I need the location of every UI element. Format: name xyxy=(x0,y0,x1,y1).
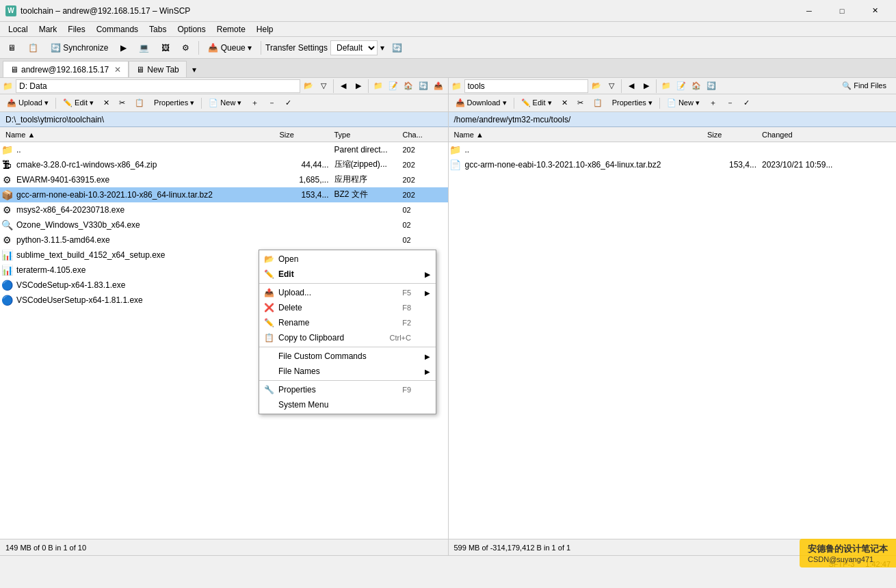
left-btn4[interactable]: 📤 xyxy=(432,79,445,93)
left-folder-icon[interactable]: 📂 xyxy=(302,79,315,93)
right-copy-button[interactable]: 📋 xyxy=(589,96,607,111)
ctx-item-system-menu[interactable]: System Menu xyxy=(259,397,436,412)
toolbar-icon1[interactable]: 🖥 xyxy=(3,39,21,57)
right-col-changed[interactable]: Changed xyxy=(759,127,896,142)
right-check-btn[interactable]: ✓ xyxy=(739,96,754,111)
toolbar-sftp[interactable]: 💻 xyxy=(134,39,154,57)
right-minus-btn[interactable]: － xyxy=(722,96,738,111)
left-status-bar: 149 MB of 0 B in 1 of 10 xyxy=(0,539,448,555)
left-btn1[interactable]: 📁 xyxy=(371,79,385,93)
ctx-item-delete[interactable]: ❌DeleteF8 xyxy=(259,300,436,315)
left-file-row[interactable]: 🔍 Ozone_Windows_V330b_x64.exe 02 xyxy=(0,217,448,232)
right-back-btn[interactable]: ◀ xyxy=(624,79,638,93)
right-plus-btn[interactable]: ＋ xyxy=(705,96,721,111)
right-delete-button[interactable]: ✕ xyxy=(557,96,572,111)
toolbar-icon5[interactable]: 🖼 xyxy=(157,39,174,57)
maximize-button[interactable]: □ xyxy=(826,0,858,22)
left-edit-button[interactable]: ✏️ Edit ▾ xyxy=(59,96,98,111)
left-file-row[interactable]: ⚙ python-3.11.5-amd64.exe 02 xyxy=(0,232,448,248)
minimize-button[interactable]: ─ xyxy=(793,0,825,22)
ctx-item-file-names[interactable]: File Names xyxy=(259,364,436,379)
tab-close-button[interactable]: ✕ xyxy=(114,65,121,75)
transfer-arrow: ▾ xyxy=(380,43,384,53)
tab-session[interactable]: 🖥 andrew@192.168.15.17 ✕ xyxy=(3,61,129,77)
refresh-button[interactable]: 🔄 xyxy=(387,39,407,57)
menu-files[interactable]: Files xyxy=(62,23,90,36)
right-download-button[interactable]: 📥 Download ▾ xyxy=(451,96,511,111)
right-properties-button[interactable]: Properties ▾ xyxy=(608,96,657,111)
left-col-name[interactable]: Name ▲ xyxy=(0,127,277,142)
left-btn3[interactable]: 🏠 xyxy=(401,79,415,93)
right-forward-btn[interactable]: ▶ xyxy=(640,79,653,93)
toolbar-icon2[interactable]: 📋 xyxy=(23,39,43,57)
left-col-size[interactable]: Size xyxy=(277,127,332,142)
left-forward-btn[interactable]: ▶ xyxy=(352,79,365,93)
toolbar-terminal[interactable]: ▶ xyxy=(116,39,131,57)
tab-bar: 🖥 andrew@192.168.15.17 ✕ 🖥 New Tab ▾ xyxy=(0,59,896,78)
right-address-input[interactable] xyxy=(464,79,588,93)
ctx-item-file-custom-commands[interactable]: File Custom Commands xyxy=(259,349,436,364)
right-new-button[interactable]: 📄 New ▾ xyxy=(663,96,704,111)
menu-options[interactable]: Options xyxy=(172,23,211,36)
ctx-item-open[interactable]: 📂Open xyxy=(259,252,436,267)
left-copy-button[interactable]: 📋 xyxy=(131,96,148,111)
menu-local[interactable]: Local xyxy=(3,23,34,36)
right-panel: 📁 📂 ▽ ◀ ▶ 📁 📝 🏠 🔄 🔍 Find Files 📥 Downloa… xyxy=(449,78,897,555)
left-minus-btn[interactable]: － xyxy=(264,96,280,111)
right-filter-icon[interactable]: ▽ xyxy=(605,79,618,93)
left-file-row[interactable]: 📦 gcc-arm-none-eabi-10.3-2021.10-x86_64-… xyxy=(0,187,448,202)
add-tab-button[interactable]: ▾ xyxy=(187,62,202,77)
ctx-item-edit[interactable]: ✏️Edit xyxy=(259,267,436,282)
left-check-btn[interactable]: ✓ xyxy=(281,96,295,111)
ctx-item-rename[interactable]: ✏️RenameF2 xyxy=(259,315,436,330)
left-back-btn[interactable]: ◀ xyxy=(337,79,350,93)
toolbar-queue[interactable]: 📥 Queue ▾ xyxy=(203,39,256,57)
right-file-row[interactable]: 📁 .. xyxy=(449,142,897,157)
right-btn2[interactable]: 📝 xyxy=(674,79,688,93)
right-folder-icon[interactable]: 📂 xyxy=(590,79,603,93)
left-file-row[interactable]: ⚙ EWARM-9401-63915.exe 1,685,... 应用程序 20… xyxy=(0,172,448,187)
left-col-type[interactable]: Type xyxy=(332,127,400,142)
find-files-button[interactable]: 🔍 Find Files xyxy=(838,79,891,94)
close-button[interactable]: ✕ xyxy=(859,0,891,22)
right-rename-button[interactable]: ✂ xyxy=(573,96,588,111)
left-upload-button[interactable]: 📤 Upload ▾ xyxy=(3,96,53,111)
left-new-button[interactable]: 📄 New ▾ xyxy=(205,96,246,111)
ctx-item-copy-to-clipboard[interactable]: 📋Copy to ClipboardCtrl+C xyxy=(259,330,436,345)
left-rename-button[interactable]: ✂ xyxy=(115,96,129,111)
right-file-list[interactable]: Name ▲ Size Changed 📁 .. 📄 gcc-arm-none-… xyxy=(449,127,897,539)
left-plus-btn[interactable]: ＋ xyxy=(247,96,263,111)
right-col-size[interactable]: Size xyxy=(704,127,759,142)
ctx-item-upload...[interactable]: 📤Upload...F5 xyxy=(259,285,436,300)
left-address-input[interactable] xyxy=(16,79,300,93)
menu-help[interactable]: Help xyxy=(251,23,279,36)
left-delete-button[interactable]: ✕ xyxy=(99,96,114,111)
menu-mark[interactable]: Mark xyxy=(34,23,63,36)
right-col-name[interactable]: Name ▲ xyxy=(449,127,705,142)
left-file-row[interactable]: 🗜 cmake-3.28.0-rc1-windows-x86_64.zip 44… xyxy=(0,157,448,172)
left-properties-button[interactable]: Properties ▾ xyxy=(150,96,198,111)
right-edit-button[interactable]: ✏️ Edit ▾ xyxy=(517,96,556,111)
right-file-row[interactable]: 📄 gcc-arm-none-eabi-10.3-2021.10-x86_64-… xyxy=(449,157,897,172)
transfer-select[interactable]: Default xyxy=(330,40,378,55)
left-file-row[interactable]: ⚙ msys2-x86_64-20230718.exe 02 xyxy=(0,202,448,217)
left-panel-toolbar: 📤 Upload ▾ ✏️ Edit ▾ ✕ ✂ 📋 Properties ▾ … xyxy=(0,94,448,112)
left-col-changed[interactable]: Cha... xyxy=(400,127,448,142)
left-btn2[interactable]: 📝 xyxy=(386,79,400,93)
right-btn1[interactable]: 📁 xyxy=(659,79,673,93)
menu-tabs[interactable]: Tabs xyxy=(144,23,172,36)
right-btn3[interactable]: 🏠 xyxy=(689,79,703,93)
right-refresh[interactable]: 🔄 xyxy=(704,79,718,93)
tab-new[interactable]: 🖥 New Tab xyxy=(129,61,186,77)
synchronize-button[interactable]: 🔄 Synchronize xyxy=(46,39,113,57)
menu-commands[interactable]: Commands xyxy=(91,23,144,36)
left-refresh[interactable]: 🔄 xyxy=(417,79,430,93)
left-filter-icon[interactable]: ▽ xyxy=(317,79,330,93)
ctx-label: System Menu xyxy=(278,400,328,410)
ctx-item-properties[interactable]: 🔧PropertiesF9 xyxy=(259,382,436,397)
menu-remote[interactable]: Remote xyxy=(211,23,251,36)
ctx-separator xyxy=(259,380,436,381)
toolbar-settings[interactable]: ⚙ xyxy=(177,39,194,57)
right-file-header: Name ▲ Size Changed xyxy=(449,127,897,142)
left-file-row[interactable]: 📁 .. Parent direct... 202 xyxy=(0,142,448,157)
